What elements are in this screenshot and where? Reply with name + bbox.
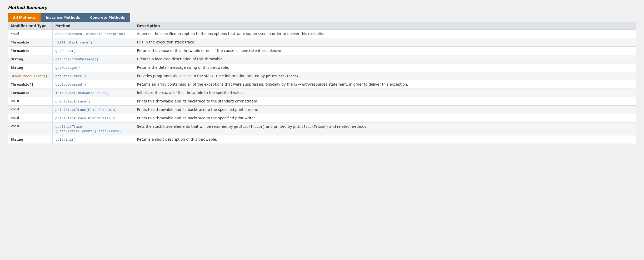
method-link[interactable]: printStackTrace()	[55, 100, 90, 104]
method-cell: printStackTrace(PrintWriter s)	[53, 114, 134, 122]
modifier-cell: Throwable	[8, 47, 53, 55]
description-cell: Prints this throwable and its backtrace …	[134, 114, 636, 122]
method-cell: getCause()	[53, 47, 134, 55]
method-link[interactable]: initCause(Throwable cause)	[55, 91, 109, 95]
description-cell: Prints this throwable and its backtrace …	[134, 97, 636, 106]
description-cell: Initializes the cause of this throwable …	[134, 89, 636, 97]
tab-bar: All Methods Instance Methods Concrete Me…	[8, 13, 636, 22]
table-row: voidsetStackTrace(StackTraceElement[] st…	[8, 122, 636, 135]
method-link[interactable]: getLocalizedMessage()	[55, 57, 98, 61]
method-link[interactable]: toString()	[55, 138, 76, 142]
tab-instance-methods[interactable]: Instance Methods	[41, 13, 85, 22]
col-header-method: Method	[53, 22, 134, 30]
method-link[interactable]: getSuppressed()	[55, 83, 86, 87]
description-cell: Fills in the execution stack trace.	[134, 38, 636, 47]
description-cell: Creates a localized description of this …	[134, 55, 636, 63]
table-row: voidaddSuppressed(Throwable exception)Ap…	[8, 30, 636, 38]
tab-concrete-methods[interactable]: Concrete Methods	[85, 13, 130, 22]
table-row: ThrowablefillInStackTrace()Fills in the …	[8, 38, 636, 47]
modifier-cell: void	[8, 30, 53, 38]
method-link[interactable]: getMessage()	[55, 66, 80, 70]
method-cell: setStackTrace(StackTraceElement[] stackT…	[53, 122, 134, 135]
method-cell: printStackTrace()	[53, 97, 134, 106]
description-cell: Returns the cause of this throwable or n…	[134, 47, 636, 55]
section-title: Method Summary	[8, 5, 636, 10]
method-link[interactable]: printStackTrace(PrintWriter s)	[55, 116, 117, 120]
modifier-cell: Throwable	[8, 38, 53, 47]
description-cell: Appends the specified exception to the e…	[134, 30, 636, 38]
description-cell: Returns an array containing all of the e…	[134, 80, 636, 89]
table-row: voidprintStackTrace(PrintStream s)Prints…	[8, 106, 636, 114]
method-link[interactable]: printStackTrace(PrintStream s)	[55, 108, 117, 112]
method-table: Modifier and Type Method Description voi…	[8, 22, 636, 144]
col-header-modifier: Modifier and Type	[8, 22, 53, 30]
tab-all-methods[interactable]: All Methods	[8, 13, 41, 22]
modifier-cell: void	[8, 114, 53, 122]
method-cell: getSuppressed()	[53, 80, 134, 89]
description-cell: Returns the detail message string of thi…	[134, 63, 636, 72]
table-row: StackTraceElement[]getStackTrace()Provid…	[8, 72, 636, 80]
type-link[interactable]: StackTraceElement[]	[11, 74, 50, 78]
table-row: Throwable[]getSuppressed()Returns an arr…	[8, 80, 636, 89]
table-row: voidprintStackTrace()Prints this throwab…	[8, 97, 636, 106]
description-cell: Provides programmatic access to the stac…	[134, 72, 636, 80]
description-cell: Returns a short description of this thro…	[134, 135, 636, 144]
method-link[interactable]: fillInStackTrace()	[55, 41, 92, 45]
description-cell: Prints this throwable and its backtrace …	[134, 106, 636, 114]
modifier-cell: String	[8, 55, 53, 63]
modifier-cell: String	[8, 135, 53, 144]
modifier-cell: void	[8, 97, 53, 106]
method-cell: getLocalizedMessage()	[53, 55, 134, 63]
modifier-cell: void	[8, 106, 53, 114]
modifier-cell: Throwable[]	[8, 80, 53, 89]
method-link[interactable]: addSuppressed(Throwable exception)	[55, 32, 125, 36]
modifier-cell: void	[8, 122, 53, 135]
method-cell: getMessage()	[53, 63, 134, 72]
table-row: StringgetMessage()Returns the detail mes…	[8, 63, 636, 72]
method-cell: fillInStackTrace()	[53, 38, 134, 47]
modifier-cell: Throwable	[8, 89, 53, 97]
table-row: StringtoString()Returns a short descript…	[8, 135, 636, 144]
modifier-cell: StackTraceElement[]	[8, 72, 53, 80]
table-row: ThrowablegetCause()Returns the cause of …	[8, 47, 636, 55]
method-cell: printStackTrace(PrintStream s)	[53, 106, 134, 114]
method-cell: initCause(Throwable cause)	[53, 89, 134, 97]
method-link[interactable]: getCause()	[55, 49, 76, 53]
method-link[interactable]: getStackTrace()	[55, 74, 86, 78]
table-row: StringgetLocalizedMessage()Creates a loc…	[8, 55, 636, 63]
method-cell: addSuppressed(Throwable exception)	[53, 30, 134, 38]
modifier-cell: String	[8, 63, 53, 72]
table-row: voidprintStackTrace(PrintWriter s)Prints…	[8, 114, 636, 122]
method-cell: getStackTrace()	[53, 72, 134, 80]
col-header-description: Description	[134, 22, 636, 30]
method-link[interactable]: setStackTrace(StackTraceElement[] stackT…	[55, 125, 121, 133]
table-row: ThrowableinitCause(Throwable cause)Initi…	[8, 89, 636, 97]
method-cell: toString()	[53, 135, 134, 144]
description-cell: Sets the stack trace elements that will …	[134, 122, 636, 135]
